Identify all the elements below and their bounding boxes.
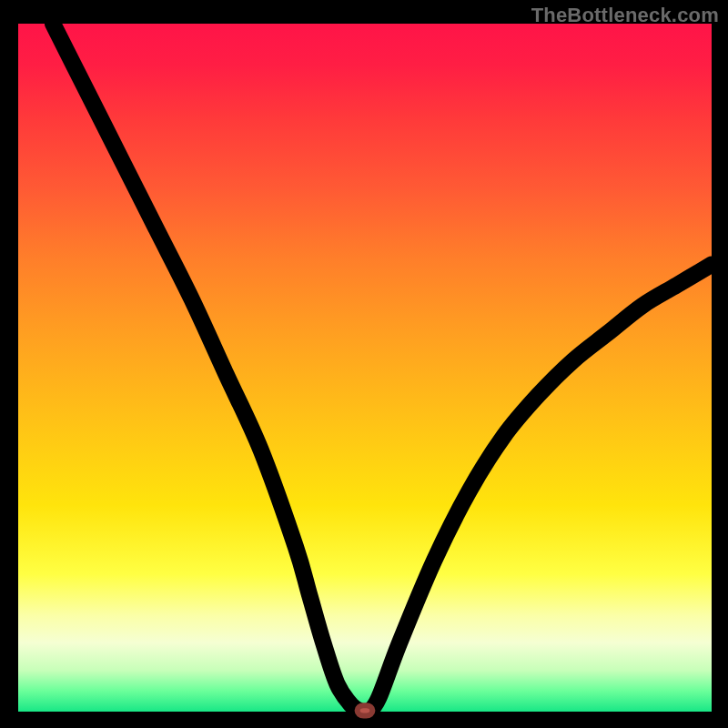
plot-area [18, 24, 712, 712]
chart-svg [18, 24, 712, 712]
chart-frame: TheBottleneck.com [0, 0, 728, 728]
bottleneck-curve [53, 24, 712, 713]
minimum-marker [358, 705, 373, 715]
